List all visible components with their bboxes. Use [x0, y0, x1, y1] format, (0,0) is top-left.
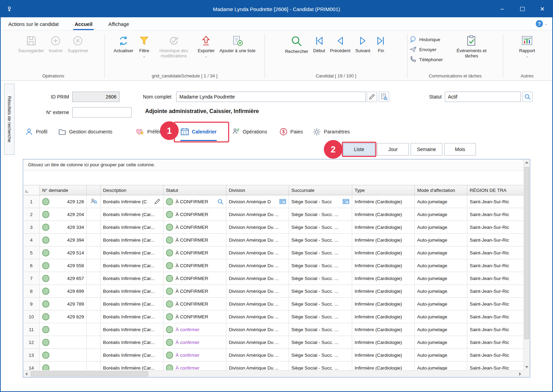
horizontal-scrollbar[interactable]: [23, 370, 523, 377]
minimize-icon: –: [500, 6, 504, 12]
filter-dropdown-icon[interactable]: ⌄: [143, 55, 146, 57]
tab-gestion-documents[interactable]: Gestion documents: [58, 125, 112, 141]
tab-parametres[interactable]: Paramètres: [312, 125, 350, 141]
tab-paies[interactable]: Paies: [279, 125, 303, 141]
table-row[interactable]: 10 429 829 Boréalis Infirmière (Car... À…: [23, 310, 523, 323]
report-dropdown-icon[interactable]: ⌄: [526, 55, 528, 57]
table-row[interactable]: 5 429 514 Boréalis Infirmière (Car... À …: [23, 246, 523, 259]
preview-name-button[interactable]: [379, 92, 389, 102]
scroll-right-button[interactable]: [517, 371, 523, 377]
header-description[interactable]: Description: [101, 185, 163, 195]
cell-description: Boréalis Infirmière (Car...: [101, 234, 163, 246]
header-demande[interactable]: N° demande: [40, 185, 87, 195]
status-field[interactable]: Actif: [445, 92, 521, 102]
view-mois-button[interactable]: Mois: [444, 143, 476, 156]
export-dropdown-icon[interactable]: ⌄: [205, 55, 207, 57]
table-row[interactable]: 11 Boréalis Infirmière (Car... À confirm…: [23, 323, 523, 336]
scroll-up-button[interactable]: [524, 159, 530, 166]
ribbon-group-operations: Sauvegarder Insérer Supprimer Opérations: [3, 32, 104, 81]
header-type[interactable]: Type: [352, 185, 415, 195]
phone-button[interactable]: Téléphoner: [410, 56, 443, 63]
cell-demande: 429 558: [40, 259, 87, 272]
division-detail-icon[interactable]: [279, 198, 286, 205]
help-icon[interactable]: ?: [536, 20, 543, 27]
table-row[interactable]: 4 429 394 Boréalis Infirmière (Car... À …: [23, 234, 523, 246]
vertical-scroll-thumb[interactable]: [524, 167, 529, 339]
view-semaine-button[interactable]: Semaine: [411, 143, 442, 156]
cell-mode-affectation: Auto-jumelage: [415, 349, 467, 361]
cell-division: Division Amérique Du ...: [226, 310, 289, 323]
cell-type: Infirmière (Cardiologie): [352, 349, 415, 361]
scroll-left-button[interactable]: [23, 371, 29, 377]
external-number-field[interactable]: [72, 107, 132, 118]
table-row[interactable]: 13 Boréalis Infirmière (Car... À confirm…: [23, 349, 523, 362]
menu-actions-candidat[interactable]: Actions sur le candidat: [7, 19, 60, 30]
cell-division: Division Amérique Du ...: [226, 234, 289, 246]
search-results-side-tab[interactable]: Résultats de recherche: [4, 84, 15, 155]
edit-name-button[interactable]: [367, 92, 377, 102]
cell-description: Boréalis Infirmière (Car...: [101, 336, 163, 348]
arrow-left-icon: [25, 372, 27, 376]
events-tasks-button[interactable]: Événements et tâches: [450, 32, 493, 59]
close-button[interactable]: ✕: [532, 1, 552, 17]
full-name-field[interactable]: Madame Lynda Poudrette: [176, 92, 366, 102]
statut-search-icon[interactable]: [217, 198, 224, 205]
table-row[interactable]: 6 429 558 Boréalis Infirmière (Car... À …: [23, 259, 523, 272]
first-record-button[interactable]: Début: [311, 32, 327, 54]
header-succursale[interactable]: Succursale: [289, 185, 352, 195]
cell-statut: À CONFIRMER: [163, 310, 226, 323]
cell-statut: À CONFIRMER: [163, 195, 226, 208]
header-division[interactable]: Division: [226, 185, 289, 195]
cell-demande: 429 514: [40, 246, 87, 259]
cell-succursale: Siège Social - Succ. ...: [289, 323, 352, 336]
minimize-button[interactable]: –: [492, 1, 512, 17]
cell-mode-affectation: Auto-jumelage: [415, 323, 467, 336]
report-button[interactable]: Rapport ⌄: [517, 32, 537, 58]
succursale-detail-icon[interactable]: [343, 198, 349, 205]
export-button[interactable]: Exporter ⌄: [196, 32, 217, 58]
tab-operations[interactable]: Opérations: [232, 125, 267, 141]
scroll-down-button[interactable]: [524, 364, 530, 370]
menu-affichage[interactable]: Affichage: [107, 19, 130, 30]
cell-type: Infirmière (Cardiologie): [352, 285, 415, 297]
magnifier-icon: [524, 93, 531, 100]
group-by-panel[interactable]: [23, 170, 523, 185]
filter-button[interactable]: Filtre ⌄: [136, 32, 152, 58]
add-to-list-button[interactable]: Ajouter à une liste: [217, 32, 257, 54]
horizontal-scroll-thumb[interactable]: [31, 371, 148, 376]
edit-assignment-icon[interactable]: [154, 198, 161, 205]
tab-profil[interactable]: Profil: [25, 125, 47, 141]
next-record-button[interactable]: Suivant: [353, 32, 372, 54]
cell-region: Saint-Jean-Sur-Ric: [467, 234, 523, 246]
refresh-button[interactable]: Actualiser: [112, 32, 135, 54]
table-row[interactable]: 12 Boréalis Infirmière (Car... À confirm…: [23, 336, 523, 349]
maximize-button[interactable]: [512, 1, 532, 17]
status-search-button[interactable]: [522, 92, 533, 102]
cell-succursale: Siège Social - Succ. ...: [289, 336, 352, 348]
view-jour-button[interactable]: Jour: [377, 143, 409, 156]
vertical-scrollbar[interactable]: [523, 159, 530, 370]
header-region[interactable]: RÉGION DE TRA: [467, 185, 523, 195]
table-row[interactable]: 14 Boréalis Infirmière (Car... À confirm…: [23, 362, 523, 370]
tab-calendrier[interactable]: Calendrier: [180, 125, 217, 141]
table-row[interactable]: 7 429 657 Boréalis Infirmière (Car... À …: [23, 272, 523, 285]
cell-statut: À CONFIRMER: [163, 272, 226, 284]
header-mode-affectation[interactable]: Mode d'affectation: [415, 185, 467, 195]
search-button[interactable]: Rechercher: [283, 32, 310, 55]
send-button[interactable]: Envoyer: [410, 46, 443, 53]
table-row[interactable]: 3 429 334 Boréalis Infirmière (Car... À …: [23, 221, 523, 234]
candidate-match-icon[interactable]: [90, 197, 97, 206]
table-row[interactable]: 1 429 126 Boréalis Infirmière (C À CONFI…: [23, 195, 523, 208]
view-liste-button[interactable]: Liste: [343, 143, 375, 156]
cell-description: Boréalis Infirmière (Car...: [101, 208, 163, 221]
table-row[interactable]: 9 429 789 Boréalis Infirmière (Car... À …: [23, 298, 523, 310]
last-record-button[interactable]: Fin: [373, 32, 389, 54]
ribbon-collapse-chevron-icon[interactable]: ⌄: [544, 21, 547, 26]
candidate-roles-text: Adjointe administrative, Caissier, Infir…: [145, 108, 259, 114]
header-statut[interactable]: Statut: [163, 185, 226, 195]
menu-accueil[interactable]: Accueil: [73, 19, 94, 30]
history-button[interactable]: Historique: [410, 36, 443, 43]
previous-record-button[interactable]: Précédent: [328, 32, 353, 54]
table-row[interactable]: 2 429 204 Boréalis Infirmière (Car... À …: [23, 208, 523, 221]
table-row[interactable]: 8 429 699 Boréalis Infirmière (Car... À …: [23, 285, 523, 298]
